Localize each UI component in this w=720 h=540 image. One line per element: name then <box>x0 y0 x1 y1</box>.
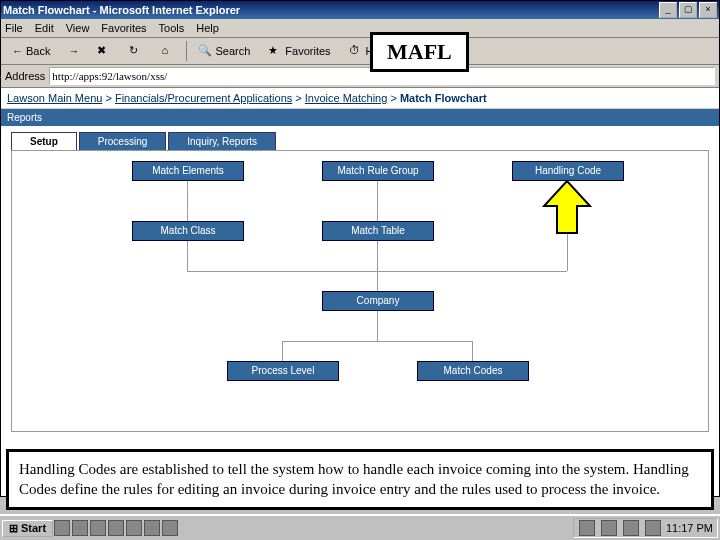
box-match-class[interactable]: Match Class <box>132 221 244 241</box>
menubar: File Edit View Favorites Tools Help <box>1 19 719 38</box>
tray-icon[interactable] <box>623 520 639 536</box>
crumb-apps[interactable]: Financials/Procurement Applications <box>115 92 292 104</box>
window-title: Match Flowchart - Microsoft Internet Exp… <box>3 4 657 16</box>
tabs: Setup Processing Inquiry, Reports <box>11 132 719 150</box>
svg-marker-0 <box>544 181 590 233</box>
box-company[interactable]: Company <box>322 291 434 311</box>
search-button[interactable]: 🔍Search <box>191 41 257 61</box>
stop-button[interactable]: ✖ <box>90 41 118 61</box>
mafl-callout: MAFL <box>370 32 469 72</box>
toolbar: ← Back → ✖ ↻ ⌂ 🔍Search ★Favorites ⏱Histo… <box>1 38 719 65</box>
address-bar: Address <box>1 65 719 88</box>
box-match-table[interactable]: Match Table <box>322 221 434 241</box>
menu-favorites[interactable]: Favorites <box>101 22 146 34</box>
menu-help[interactable]: Help <box>196 22 219 34</box>
tray-icon[interactable] <box>601 520 617 536</box>
crumb-main[interactable]: Lawson Main Menu <box>7 92 102 104</box>
search-icon: 🔍 <box>198 44 212 58</box>
start-button[interactable]: ⊞Start <box>2 520 53 537</box>
system-tray: 11:17 PM <box>573 518 718 538</box>
box-handling-code[interactable]: Handling Code <box>512 161 624 181</box>
forward-button[interactable]: → <box>61 42 86 60</box>
breadcrumb: Lawson Main Menu > Financials/Procuremen… <box>1 88 719 109</box>
windows-icon: ⊞ <box>9 522 18 535</box>
yellow-up-arrow-icon <box>542 181 592 236</box>
tray-icon[interactable] <box>579 520 595 536</box>
back-button[interactable]: ← Back <box>5 42 57 60</box>
tray-icon[interactable] <box>645 520 661 536</box>
refresh-icon: ↻ <box>129 44 143 58</box>
box-match-codes[interactable]: Match Codes <box>417 361 529 381</box>
quicklaunch-icon[interactable] <box>90 520 106 536</box>
maximize-button[interactable]: ▢ <box>679 2 697 18</box>
menu-tools[interactable]: Tools <box>159 22 185 34</box>
history-icon: ⏱ <box>349 44 363 58</box>
crumb-current: Match Flowchart <box>400 92 487 104</box>
stop-icon: ✖ <box>97 44 111 58</box>
box-match-elements[interactable]: Match Elements <box>132 161 244 181</box>
menu-view[interactable]: View <box>66 22 90 34</box>
quicklaunch-icon[interactable] <box>54 520 70 536</box>
home-icon: ⌂ <box>161 44 175 58</box>
menu-edit[interactable]: Edit <box>35 22 54 34</box>
box-process-level[interactable]: Process Level <box>227 361 339 381</box>
reports-bar[interactable]: Reports <box>1 109 719 126</box>
menu-file[interactable]: File <box>5 22 23 34</box>
crumb-matching[interactable]: Invoice Matching <box>305 92 388 104</box>
refresh-button[interactable]: ↻ <box>122 41 150 61</box>
minimize-button[interactable]: _ <box>659 2 677 18</box>
tab-setup[interactable]: Setup <box>11 132 77 150</box>
quicklaunch-icon[interactable] <box>162 520 178 536</box>
tab-processing[interactable]: Processing <box>79 132 166 150</box>
clock: 11:17 PM <box>666 522 713 534</box>
quicklaunch-icon[interactable] <box>126 520 142 536</box>
tab-inquiry[interactable]: Inquiry, Reports <box>168 132 276 150</box>
titlebar: Match Flowchart - Microsoft Internet Exp… <box>1 1 719 19</box>
taskbar: ⊞Start 11:17 PM <box>0 514 720 540</box>
flowchart-canvas: Match Elements Match Rule Group Handling… <box>11 150 709 432</box>
quicklaunch-icon[interactable] <box>72 520 88 536</box>
quicklaunch-icon[interactable] <box>144 520 160 536</box>
box-match-rule-group[interactable]: Match Rule Group <box>322 161 434 181</box>
star-icon: ★ <box>268 44 282 58</box>
address-label: Address <box>5 70 45 82</box>
home-button[interactable]: ⌂ <box>154 41 182 61</box>
close-button[interactable]: × <box>699 2 717 18</box>
favorites-button[interactable]: ★Favorites <box>261 41 337 61</box>
description-callout: Handling Codes are established to tell t… <box>6 449 714 510</box>
quicklaunch-icon[interactable] <box>108 520 124 536</box>
